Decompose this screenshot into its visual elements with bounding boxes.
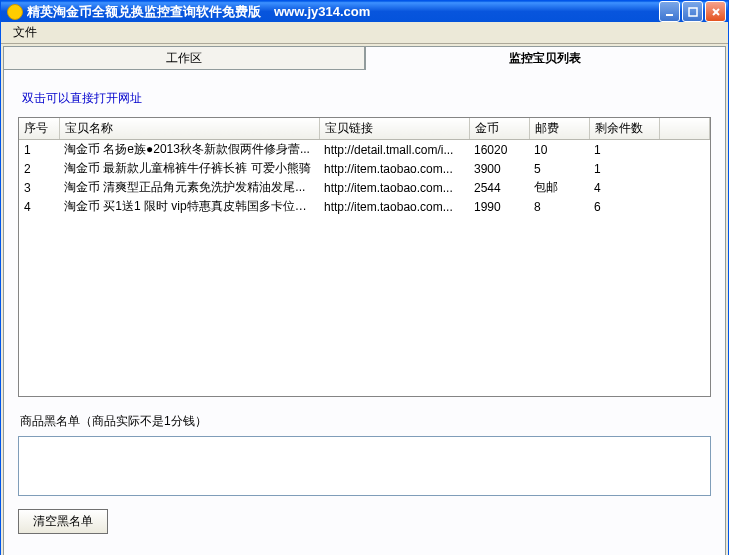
table-header-row: 序号 宝贝名称 宝贝链接 金币 邮费 剩余件数 [19, 118, 710, 140]
menu-file[interactable]: 文件 [5, 22, 45, 43]
hint-text: 双击可以直接打开网址 [22, 90, 711, 107]
svg-rect-1 [689, 8, 697, 16]
col-no[interactable]: 序号 [19, 118, 59, 140]
tab-monitor[interactable]: 监控宝贝列表 [365, 46, 727, 70]
cell-ship: 10 [529, 140, 589, 160]
cell-ship: 5 [529, 159, 589, 178]
col-remain[interactable]: 剩余件数 [589, 118, 659, 140]
cell-gold: 2544 [469, 178, 529, 197]
window-title: 精英淘金币全额兑换监控查询软件免费版 www.jy314.com [27, 3, 659, 21]
maximize-button[interactable] [682, 1, 703, 22]
cell-no: 4 [19, 197, 59, 216]
window-controls [659, 1, 726, 22]
cell-link: http://item.taobao.com... [319, 197, 469, 216]
cell-spacer [659, 178, 710, 197]
col-gold[interactable]: 金币 [469, 118, 529, 140]
cell-no: 3 [19, 178, 59, 197]
cell-name: 淘金币 最新款儿童棉裤牛仔裤长裤 可爱小熊骑 [59, 159, 319, 178]
cell-no: 2 [19, 159, 59, 178]
col-spacer [659, 118, 710, 140]
minimize-button[interactable] [659, 1, 680, 22]
titlebar[interactable]: 精英淘金币全额兑换监控查询软件免费版 www.jy314.com [1, 1, 728, 22]
cell-link: http://detail.tmall.com/i... [319, 140, 469, 160]
blacklist-input[interactable] [18, 436, 711, 496]
cell-ship: 包邮 [529, 178, 589, 197]
cell-remain: 4 [589, 178, 659, 197]
table-row[interactable]: 2淘金币 最新款儿童棉裤牛仔裤长裤 可爱小熊骑http://item.taoba… [19, 159, 710, 178]
item-table[interactable]: 序号 宝贝名称 宝贝链接 金币 邮费 剩余件数 1淘金币 名扬e族●2013秋冬… [19, 118, 710, 216]
cell-name: 淘金币 清爽型正品角元素免洗护发精油发尾... [59, 178, 319, 197]
table-row[interactable]: 3淘金币 清爽型正品角元素免洗护发精油发尾...http://item.taob… [19, 178, 710, 197]
content-area: 工作区 监控宝贝列表 双击可以直接打开网址 序号 宝贝名称 宝贝链接 金币 邮费… [1, 44, 728, 555]
cell-gold: 16020 [469, 140, 529, 160]
menubar: 文件 [1, 22, 728, 44]
col-link[interactable]: 宝贝链接 [319, 118, 469, 140]
close-button[interactable] [705, 1, 726, 22]
col-name[interactable]: 宝贝名称 [59, 118, 319, 140]
table-row[interactable]: 1淘金币 名扬e族●2013秋冬新款假两件修身蕾...http://detail… [19, 140, 710, 160]
cell-link: http://item.taobao.com... [319, 159, 469, 178]
clear-blacklist-button[interactable]: 清空黑名单 [18, 509, 108, 534]
cell-remain: 6 [589, 197, 659, 216]
cell-name: 淘金币 名扬e族●2013秋冬新款假两件修身蕾... [59, 140, 319, 160]
tab-workarea[interactable]: 工作区 [3, 46, 365, 70]
cell-spacer [659, 159, 710, 178]
blacklist-label: 商品黑名单（商品实际不是1分钱） [20, 413, 711, 430]
app-window: 精英淘金币全额兑换监控查询软件免费版 www.jy314.com 文件 工作区 … [0, 0, 729, 555]
table-row[interactable]: 4淘金币 买1送1 限时 vip特惠真皮韩国多卡位卡...http://item… [19, 197, 710, 216]
cell-gold: 1990 [469, 197, 529, 216]
tab-panel-monitor: 双击可以直接打开网址 序号 宝贝名称 宝贝链接 金币 邮费 剩余件数 [3, 70, 726, 555]
app-icon [7, 4, 23, 20]
cell-remain: 1 [589, 159, 659, 178]
cell-gold: 3900 [469, 159, 529, 178]
item-table-wrap: 序号 宝贝名称 宝贝链接 金币 邮费 剩余件数 1淘金币 名扬e族●2013秋冬… [18, 117, 711, 397]
cell-spacer [659, 140, 710, 160]
cell-remain: 1 [589, 140, 659, 160]
cell-link: http://item.taobao.com... [319, 178, 469, 197]
cell-name: 淘金币 买1送1 限时 vip特惠真皮韩国多卡位卡... [59, 197, 319, 216]
cell-ship: 8 [529, 197, 589, 216]
col-ship[interactable]: 邮费 [529, 118, 589, 140]
cell-no: 1 [19, 140, 59, 160]
cell-spacer [659, 197, 710, 216]
tab-strip: 工作区 监控宝贝列表 [3, 46, 726, 70]
